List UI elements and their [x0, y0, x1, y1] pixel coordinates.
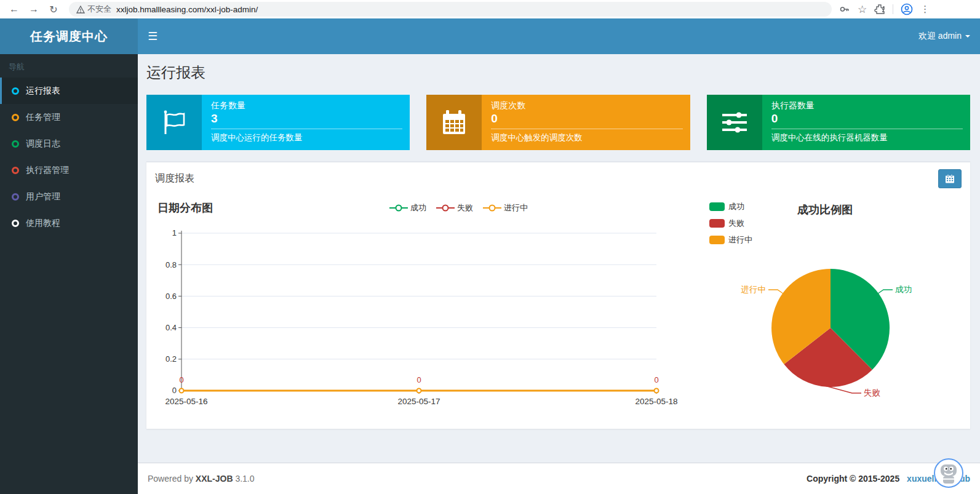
ytick: 0.2 — [165, 354, 177, 364]
user-dropdown[interactable]: 欢迎 admin — [918, 31, 970, 42]
legend-item-fail[interactable]: 失败 — [436, 202, 473, 213]
circle-icon — [12, 114, 19, 121]
stat-card-job-count: 任务数量 3 调度中心运行的任务数量 — [146, 95, 410, 150]
footer: Powered by XXL-JOB 3.1.0 Copyright © 201… — [138, 463, 980, 494]
line-marker-icon — [483, 204, 501, 212]
stat-card-value: 0 — [491, 112, 682, 125]
ytick: 1 — [172, 228, 177, 237]
sidebar-item-label: 用户管理 — [26, 191, 60, 202]
sidebar-item-label: 任务管理 — [26, 112, 60, 123]
circle-icon — [12, 193, 19, 201]
browser-toolbar: ← → ↻ 不安全 xxljob.hmallleasing.com/xxl-jo… — [0, 0, 980, 18]
line-marker-icon — [389, 204, 408, 212]
stat-card-title: 调度次数 — [491, 100, 682, 111]
legend-label: 成功 — [410, 202, 426, 213]
forward-icon[interactable]: → — [26, 4, 42, 15]
security-label: 不安全 — [87, 4, 111, 15]
page-title: 运行报表 — [146, 63, 970, 82]
sidebar-item-job-manage[interactable]: 任务管理 — [0, 104, 138, 130]
reload-icon[interactable]: ↻ — [46, 4, 62, 15]
app-logo[interactable]: 任务调度中心 — [0, 18, 138, 54]
circle-icon — [12, 167, 19, 174]
version-label: 3.1.0 — [235, 474, 254, 484]
stat-card-desc: 调度中心在线的执行器机器数量 — [771, 132, 963, 143]
back-icon[interactable]: ← — [6, 4, 22, 15]
calendar-icon — [945, 174, 955, 184]
sliders-icon — [707, 95, 762, 150]
browser-menu-icon[interactable]: ⋮ — [920, 4, 930, 15]
warning-triangle-icon — [76, 6, 85, 14]
date-distribution-chart: 日期分布图 成功 失败 — [154, 197, 704, 413]
stat-cards-row: 任务数量 3 调度中心运行的任务数量 调度次数 0 调度中心触发的调度次数 — [146, 95, 970, 150]
schedule-report-panel: 调度报表 日期分布图 成功 — [146, 161, 970, 429]
pie-chart-canvas: 成功 进行中 失败 — [704, 225, 969, 415]
app-header: 任务调度中心 ☰ 欢迎 admin — [0, 18, 980, 54]
sidebar-item-run-report[interactable]: 运行报表 — [0, 78, 138, 104]
browser-actions: ☆ ⋮ — [839, 3, 932, 16]
sidebar-item-label: 使用教程 — [26, 218, 60, 229]
url-text[interactable]: xxljob.hmallleasing.com/xxl-job-admin/ — [116, 5, 258, 14]
xtick: 2025-05-18 — [635, 397, 677, 406]
main-content: 运行报表 任务数量 3 调度中心运行的任务数量 — [138, 54, 980, 463]
ytick: 0.8 — [165, 260, 177, 269]
card-divider — [771, 129, 963, 129]
author-link[interactable]: xuxueli — [907, 474, 936, 484]
address-bar[interactable]: 不安全 xxljob.hmallleasing.com/xxl-job-admi… — [69, 2, 832, 17]
top-navbar: ☰ 欢迎 admin — [138, 18, 980, 54]
robot-icon — [938, 462, 959, 484]
stat-card-title: 执行器数量 — [771, 100, 963, 111]
sidebar-item-user-manage[interactable]: 用户管理 — [0, 183, 138, 210]
stat-card-title: 任务数量 — [211, 100, 402, 111]
pie-label-fail: 失败 — [864, 388, 881, 397]
sidebar-item-executor-manage[interactable]: 执行器管理 — [0, 157, 138, 183]
stat-card-value: 3 — [211, 112, 402, 125]
line-chart-legend: 成功 失败 进行中 — [213, 202, 704, 213]
legend-label: 进行中 — [504, 202, 528, 213]
line-chart-canvas: 1 0.8 0.6 0.4 0.2 0 — [154, 225, 695, 410]
pie-label-success: 成功 — [895, 285, 912, 294]
security-chip[interactable]: 不安全 — [76, 4, 111, 15]
legend-item-success[interactable]: 成功 — [709, 201, 752, 212]
sidebar: 导航 运行报表 任务管理 调度日志 执行器管理 用户管理 使用教程 — [0, 54, 138, 494]
panel-header: 调度报表 — [146, 162, 970, 195]
stat-card-desc: 调度中心触发的调度次数 — [491, 132, 682, 143]
profile-avatar-icon[interactable] — [901, 3, 913, 15]
calendar-icon — [426, 95, 482, 150]
flag-icon — [146, 95, 202, 150]
sidebar-item-label: 调度日志 — [26, 138, 60, 149]
point-label: 0 — [179, 375, 183, 384]
panel-title: 调度报表 — [155, 172, 194, 185]
sidebar-toggle-icon[interactable]: ☰ — [148, 30, 157, 43]
stat-card-value: 0 — [771, 112, 963, 125]
sidebar-item-job-log[interactable]: 调度日志 — [0, 130, 138, 157]
ytick: 0 — [172, 386, 177, 395]
ytick: 0.4 — [165, 323, 177, 332]
point-label: 0 — [416, 375, 421, 384]
pie-label-running: 进行中 — [741, 285, 767, 294]
powered-by-label: Powered by — [148, 474, 193, 484]
card-divider — [211, 129, 402, 129]
card-divider — [491, 129, 682, 129]
legend-label: 失败 — [457, 202, 473, 213]
legend-item-success[interactable]: 成功 — [389, 202, 426, 213]
line-marker-icon — [436, 204, 455, 212]
legend-item-running[interactable]: 进行中 — [483, 202, 528, 213]
extensions-icon[interactable] — [874, 4, 885, 15]
password-key-icon[interactable] — [839, 4, 850, 15]
circle-icon — [12, 87, 19, 95]
sidebar-item-label: 执行器管理 — [26, 165, 69, 176]
circle-icon — [12, 140, 19, 148]
bookmark-star-icon[interactable]: ☆ — [858, 3, 867, 16]
xtick: 2025-05-17 — [397, 397, 440, 406]
point-label: 0 — [654, 375, 658, 384]
xtick: 2025-05-16 — [165, 397, 207, 406]
legend-swatch — [709, 202, 725, 211]
sidebar-item-tutorial[interactable]: 使用教程 — [0, 210, 138, 236]
date-range-button[interactable] — [938, 169, 962, 188]
ytick: 0.6 — [165, 292, 177, 301]
success-ratio-chart: 成功比例图 成功 失败 进 — [704, 197, 964, 413]
brand-name: XXL-JOB — [196, 474, 233, 484]
panel-body: 日期分布图 成功 失败 — [146, 195, 970, 429]
user-dropdown-label: 欢迎 admin — [918, 31, 962, 42]
assistant-widget-button[interactable] — [934, 458, 963, 488]
